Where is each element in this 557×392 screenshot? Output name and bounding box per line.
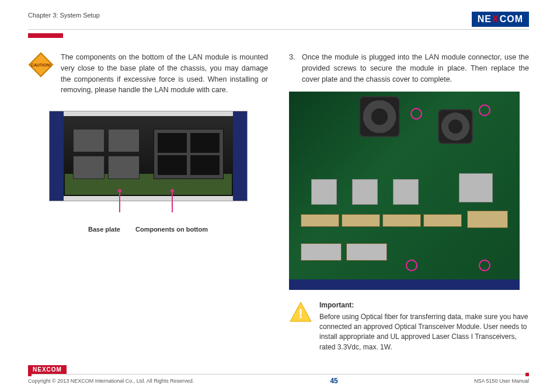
motherboard-image [289,92,520,290]
step-text: Once the module is plugged into the LAN … [302,52,529,85]
caution-text: The components on the bottom of the LAN … [61,52,268,96]
svg-text:!: ! [298,306,302,321]
page-footer: NEXCOM Copyright © 2013 NEXCOM Internati… [28,365,529,385]
page-number: 45 [330,377,337,385]
step-number: 3. [289,52,297,85]
caution-icon: CAUTION! [28,52,54,78]
important-text: Before using Optical fiber for transferr… [319,313,528,351]
copyright-text: Copyright © 2013 NEXCOM International Co… [28,378,194,384]
manual-name: NSA 5150 User Manual [474,378,529,384]
warning-icon: ! [289,300,312,324]
footer-logo: NEXCOM [28,365,67,374]
accent-bar [28,33,63,38]
label-base-plate: Base plate [88,225,120,235]
footer-rule [28,374,529,374]
right-column: 3. Once the module is plugged into the L… [289,52,529,352]
figure-lan-module: Base plate Components on bottom [49,111,248,235]
logo-part-right: COM [500,14,523,24]
header-rule [28,29,529,30]
left-column: CAUTION! The components on the bottom of… [28,52,268,352]
lan-module-image [49,111,248,201]
important-label: Important: [319,300,529,310]
logo-part-x: X [492,14,499,24]
label-components-bottom: Components on bottom [135,225,208,235]
logo-part-left: NE [478,14,492,24]
nexcom-logo: NEXCOM [472,12,529,27]
svg-text:CAUTION!: CAUTION! [31,63,51,67]
chapter-title: Chapter 3: System Setup [28,12,100,19]
